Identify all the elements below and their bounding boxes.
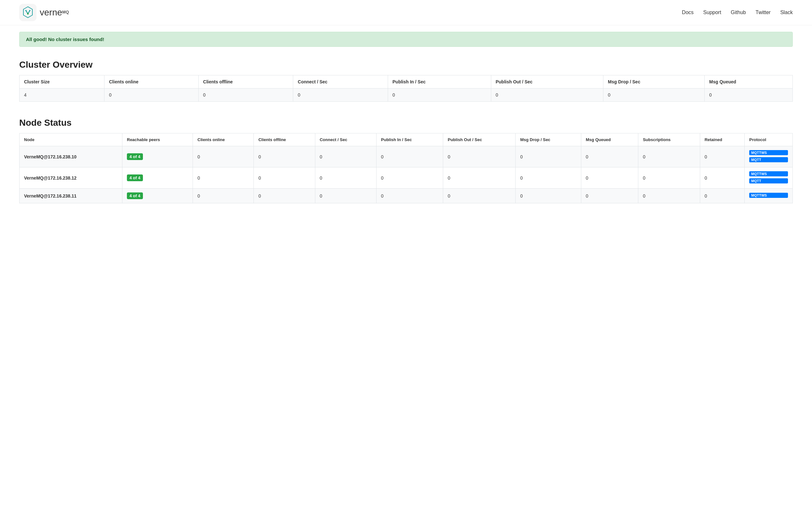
val-publish-in-sec: 0 <box>388 88 491 102</box>
node-status-table: Node Reachable peers Clients online Clie… <box>19 133 793 203</box>
node-msg-drop-sec: 0 <box>516 146 581 167</box>
node-clients-online: 0 <box>193 188 254 203</box>
protocol-badge: MQTT <box>749 157 788 162</box>
node-msg-queued: 0 <box>581 167 638 188</box>
node-publish-out-sec: 0 <box>443 146 516 167</box>
nav-slack[interactable]: Slack <box>780 10 793 15</box>
col-publish-in-sec: Publish In / Sec <box>388 75 491 88</box>
node-reachable: 4 of 4 <box>123 188 193 203</box>
val-cluster-size: 4 <box>19 88 104 102</box>
node-retained: 0 <box>700 188 745 203</box>
cluster-overview-section: Cluster Overview Cluster Size Clients on… <box>19 60 793 102</box>
node-reachable: 4 of 4 <box>123 167 193 188</box>
col-node-msg-drop-sec: Msg Drop / Sec <box>516 133 581 146</box>
logo-text: verneMQ <box>40 7 69 17</box>
node-protocols: MQTTWSMQTT <box>745 167 793 188</box>
node-status-header-row: Node Reachable peers Clients online Clie… <box>19 133 793 146</box>
node-msg-queued: 0 <box>581 188 638 203</box>
node-publish-out-sec: 0 <box>443 167 516 188</box>
col-node: Node <box>19 133 123 146</box>
header: verneMQ Docs Support Github Twitter Slac… <box>0 0 812 25</box>
val-clients-offline: 0 <box>198 88 293 102</box>
col-connect-sec: Connect / Sec <box>293 75 388 88</box>
node-publish-in-sec: 0 <box>377 167 443 188</box>
col-node-msg-queued: Msg Queued <box>581 133 638 146</box>
node-row: VerneMQ@172.16.238.12 4 of 4 0 0 0 0 0 0… <box>19 167 793 188</box>
cluster-overview-table: Cluster Size Clients online Clients offl… <box>19 75 793 102</box>
node-retained: 0 <box>700 146 745 167</box>
node-subscriptions: 0 <box>638 146 700 167</box>
cluster-overview-data-row: 4 0 0 0 0 0 0 0 <box>19 88 793 102</box>
nav-docs[interactable]: Docs <box>682 10 694 15</box>
col-node-subscriptions: Subscriptions <box>638 133 700 146</box>
alert-banner: All good! No cluster issues found! <box>19 32 793 47</box>
col-clients-online: Clients online <box>104 75 199 88</box>
col-node-publish-in-sec: Publish In / Sec <box>377 133 443 146</box>
node-subscriptions: 0 <box>638 167 700 188</box>
svg-point-1 <box>25 10 27 11</box>
node-retained: 0 <box>700 167 745 188</box>
node-publish-in-sec: 0 <box>377 188 443 203</box>
col-node-clients-online: Clients online <box>193 133 254 146</box>
node-connect-sec: 0 <box>315 188 376 203</box>
col-node-clients-offline: Clients offline <box>254 133 315 146</box>
reachable-badge: 4 of 4 <box>127 174 143 181</box>
node-name: VerneMQ@172.16.238.12 <box>19 167 123 188</box>
col-reachable-peers: Reachable peers <box>123 133 193 146</box>
col-msg-queued: Msg Queued <box>705 75 793 88</box>
nav-links: Docs Support Github Twitter Slack <box>682 10 793 15</box>
nav-support[interactable]: Support <box>703 10 721 15</box>
alert-message: All good! No cluster issues found! <box>26 37 104 42</box>
val-msg-queued: 0 <box>705 88 793 102</box>
protocol-badge: MQTTWS <box>749 150 788 155</box>
node-msg-queued: 0 <box>581 146 638 167</box>
node-protocols: MQTTWS <box>745 188 793 203</box>
nav-github[interactable]: Github <box>731 10 746 15</box>
node-connect-sec: 0 <box>315 146 376 167</box>
cluster-overview-header-row: Cluster Size Clients online Clients offl… <box>19 75 793 88</box>
nav-twitter[interactable]: Twitter <box>756 10 771 15</box>
cluster-overview-title: Cluster Overview <box>19 60 793 70</box>
node-clients-offline: 0 <box>254 188 315 203</box>
node-row: VerneMQ@172.16.238.10 4 of 4 0 0 0 0 0 0… <box>19 146 793 167</box>
logo-icon <box>19 4 37 21</box>
col-node-protocol: Protocol <box>745 133 793 146</box>
node-protocols: MQTTWSMQTT <box>745 146 793 167</box>
node-msg-drop-sec: 0 <box>516 167 581 188</box>
protocol-badge: MQTT <box>749 178 788 183</box>
node-clients-online: 0 <box>193 167 254 188</box>
node-name: VerneMQ@172.16.238.11 <box>19 188 123 203</box>
protocol-badge: MQTTWS <box>749 193 788 198</box>
col-node-connect-sec: Connect / Sec <box>315 133 376 146</box>
node-status-section: Node Status Node Reachable peers Clients… <box>19 118 793 203</box>
node-name: VerneMQ@172.16.238.10 <box>19 146 123 167</box>
node-status-title: Node Status <box>19 118 793 128</box>
col-clients-offline: Clients offline <box>198 75 293 88</box>
reachable-badge: 4 of 4 <box>127 193 143 199</box>
svg-point-2 <box>29 10 31 11</box>
col-publish-out-sec: Publish Out / Sec <box>491 75 603 88</box>
protocol-badge: MQTTWS <box>749 171 788 176</box>
node-subscriptions: 0 <box>638 188 700 203</box>
node-clients-offline: 0 <box>254 167 315 188</box>
col-node-publish-out-sec: Publish Out / Sec <box>443 133 516 146</box>
logo-area: verneMQ <box>19 4 69 21</box>
main-content: All good! No cluster issues found! Clust… <box>0 25 812 232</box>
svg-point-0 <box>27 13 29 15</box>
val-msg-drop-sec: 0 <box>604 88 705 102</box>
node-connect-sec: 0 <box>315 167 376 188</box>
col-msg-drop-sec: Msg Drop / Sec <box>604 75 705 88</box>
node-publish-in-sec: 0 <box>377 146 443 167</box>
val-connect-sec: 0 <box>293 88 388 102</box>
val-publish-out-sec: 0 <box>491 88 603 102</box>
val-clients-online: 0 <box>104 88 199 102</box>
node-clients-online: 0 <box>193 146 254 167</box>
node-reachable: 4 of 4 <box>123 146 193 167</box>
node-publish-out-sec: 0 <box>443 188 516 203</box>
col-cluster-size: Cluster Size <box>19 75 104 88</box>
node-clients-offline: 0 <box>254 146 315 167</box>
reachable-badge: 4 of 4 <box>127 153 143 160</box>
node-row: VerneMQ@172.16.238.11 4 of 4 0 0 0 0 0 0… <box>19 188 793 203</box>
col-node-retained: Retained <box>700 133 745 146</box>
node-msg-drop-sec: 0 <box>516 188 581 203</box>
